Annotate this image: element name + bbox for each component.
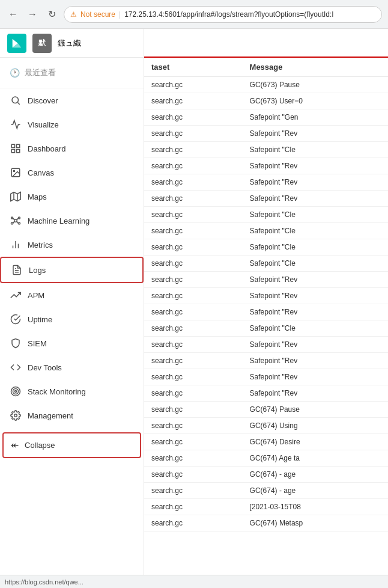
user-badge[interactable]: 默 — [32, 34, 52, 53]
metrics-label: Metrics — [28, 240, 53, 250]
table-row[interactable]: search.gc[2021-03-15T08 — [144, 499, 388, 515]
table-row[interactable]: search.gcGC(674) Metasp — [144, 515, 388, 531]
sidebar-item-metrics[interactable]: Metrics — [0, 233, 144, 257]
metrics-icon — [10, 239, 22, 251]
sidebar-item-stack-monitoring[interactable]: Stack Monitoring — [0, 379, 144, 403]
cell-dataset: search.gc — [144, 434, 243, 450]
discover-label: Discover — [28, 96, 58, 105]
browser-bar: ← → ↻ ⚠ Not secure | 172.25.13.4:5601/ap… — [0, 0, 388, 29]
svg-point-11 — [14, 219, 17, 222]
table-row[interactable]: search.gcGC(674) Desire — [144, 434, 388, 450]
siem-icon — [10, 337, 22, 349]
logs-icon — [11, 264, 23, 276]
cell-message: Safepoint "Cle — [243, 207, 388, 223]
svg-rect-5 — [11, 150, 14, 153]
cell-message: GC(674) - age — [243, 467, 388, 483]
forward-button[interactable]: → — [25, 7, 40, 22]
logs-table: taset Message search.gcGC(673) Pausesear… — [144, 58, 388, 531]
siem-label: SIEM — [28, 339, 47, 348]
sidebar-item-machine-learning[interactable]: Machine Learning — [0, 209, 144, 233]
svg-point-22 — [15, 391, 17, 393]
table-row[interactable]: search.gcGC(674) - age — [144, 467, 388, 483]
back-button[interactable]: ← — [6, 7, 20, 22]
sidebar-item-discover[interactable]: Discover — [0, 88, 144, 112]
monitoring-label: Stack Monitoring — [28, 387, 86, 396]
cell-message: GC(674) Metasp — [243, 515, 388, 531]
table-row[interactable]: search.gcSafepoint "Rev — [144, 337, 388, 353]
table-row[interactable]: search.gcSafepoint "Cle — [144, 223, 388, 239]
table-row[interactable]: search.gcSafepoint "Cle — [144, 256, 388, 272]
table-area[interactable]: taset Message search.gcGC(673) Pausesear… — [144, 58, 388, 575]
table-row[interactable]: search.gcSafepoint "Rev — [144, 353, 388, 369]
cell-message: Safepoint "Rev — [243, 304, 388, 320]
table-row[interactable]: search.gcSafepoint "Rev — [144, 191, 388, 207]
table-row[interactable]: search.gcSafepoint "Cle — [144, 320, 388, 337]
sidebar-item-visualize[interactable]: Visualize — [0, 112, 144, 136]
cell-dataset: search.gc — [144, 515, 243, 531]
table-row[interactable]: search.gcSafepoint "Cle — [144, 207, 388, 223]
cell-dataset: search.gc — [144, 223, 243, 239]
sidebar-item-canvas[interactable]: Canvas — [0, 161, 144, 185]
cell-message: Safepoint "Rev — [243, 158, 388, 174]
clock-icon: 🕐 — [10, 68, 20, 78]
table-row[interactable]: search.gcSafepoint "Rev — [144, 369, 388, 385]
sidebar-item-uptime[interactable]: Uptime — [0, 307, 144, 331]
reload-button[interactable]: ↻ — [44, 7, 59, 22]
table-row[interactable]: search.gcSafepoint "Rev — [144, 272, 388, 288]
svg-rect-4 — [17, 150, 20, 153]
cell-dataset: search.gc — [144, 256, 243, 272]
sidebar-item-dev-tools[interactable]: Dev Tools — [0, 355, 144, 379]
table-row[interactable]: search.gcGC(674) - age — [144, 483, 388, 499]
sidebar-item-maps[interactable]: Maps — [0, 185, 144, 209]
apm-label: APM — [28, 291, 44, 300]
table-row[interactable]: search.gcSafepoint "Cle — [144, 239, 388, 256]
table-row[interactable]: search.gcSafepoint "Gen — [144, 109, 388, 126]
recent-label: 🕐 最近查看 — [0, 63, 144, 83]
table-row[interactable]: search.gcGC(674) Using — [144, 418, 388, 434]
sidebar-item-management[interactable]: Management — [0, 403, 144, 427]
cell-message: [2021-03-15T08 — [243, 499, 388, 515]
table-row[interactable]: search.gcSafepoint "Rev — [144, 304, 388, 320]
status-bar: https://blog.csdn.net/qwe... — [0, 575, 388, 588]
cell-dataset: search.gc — [144, 385, 243, 402]
devtools-icon — [10, 361, 22, 373]
svg-point-13 — [19, 217, 20, 219]
cell-message: Safepoint "Rev — [243, 191, 388, 207]
sidebar-item-apm[interactable]: APM — [0, 283, 144, 307]
table-row[interactable]: search.gcSafepoint "Rev — [144, 385, 388, 402]
cell-dataset: search.gc — [144, 126, 243, 142]
kibana-logo — [7, 34, 26, 53]
table-row[interactable]: search.gcGC(674) Pause — [144, 402, 388, 418]
table-row[interactable]: search.gcGC(673) Pause — [144, 77, 388, 93]
sidebar-item-dashboard[interactable]: Dashboard — [0, 136, 144, 161]
cell-dataset: search.gc — [144, 77, 243, 93]
table-row[interactable]: search.gcSafepoint "Rev — [144, 126, 388, 142]
address-bar[interactable]: ⚠ Not secure | 172.25.13.4:5601/app/infr… — [64, 6, 382, 23]
cell-dataset: search.gc — [144, 288, 243, 304]
svg-point-14 — [11, 222, 13, 224]
table-row[interactable]: search.gcSafepoint "Rev — [144, 158, 388, 174]
devtools-label: Dev Tools — [28, 363, 62, 372]
table-row[interactable]: search.gcSafepoint "Cle — [144, 142, 388, 158]
col-dataset: taset — [144, 58, 243, 77]
app-title: 鏃ュ織 — [58, 38, 81, 49]
cell-dataset: search.gc — [144, 499, 243, 515]
cell-message: Safepoint "Cle — [243, 320, 388, 337]
table-row[interactable]: search.gcGC(674) Age ta — [144, 450, 388, 467]
svg-line-16 — [13, 218, 14, 220]
cell-dataset: search.gc — [144, 158, 243, 174]
table-row[interactable]: search.gcGC(673) User=0 — [144, 93, 388, 109]
table-row[interactable]: search.gcSafepoint "Rev — [144, 288, 388, 304]
svg-point-15 — [19, 222, 20, 224]
sidebar-item-logs[interactable]: Logs — [0, 257, 144, 283]
cell-message: Safepoint "Cle — [243, 223, 388, 239]
cell-dataset: search.gc — [144, 142, 243, 158]
collapse-button[interactable]: ↞ Collapse — [2, 432, 141, 458]
table-row[interactable]: search.gcSafepoint "Rev — [144, 174, 388, 191]
url-text: 172.25.13.4:5601/app/infra#/logs/stream?… — [124, 10, 333, 19]
lock-icon: ⚠ — [70, 10, 77, 19]
sidebar-item-siem[interactable]: SIEM — [0, 331, 144, 355]
cell-message: Safepoint "Rev — [243, 272, 388, 288]
toolbar-area — [144, 29, 388, 58]
cell-dataset: search.gc — [144, 191, 243, 207]
